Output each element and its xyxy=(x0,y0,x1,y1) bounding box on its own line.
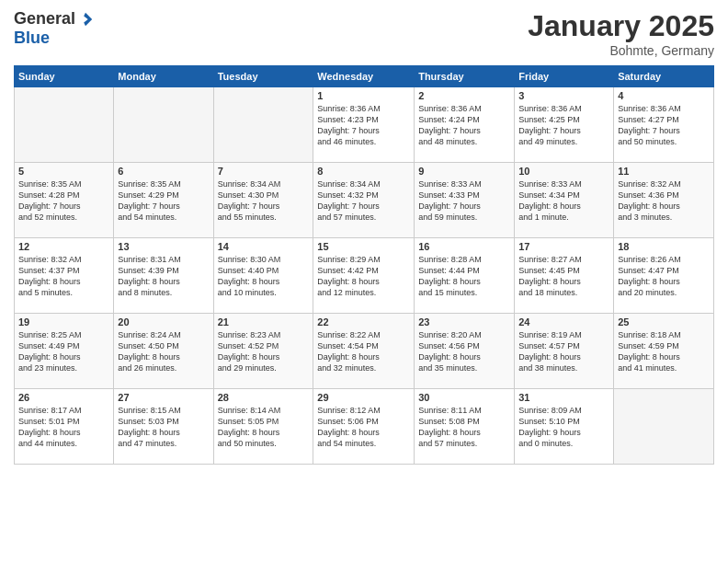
day-number: 2 xyxy=(418,90,510,101)
day-info: Sunrise: 8:26 AM Sunset: 4:47 PM Dayligh… xyxy=(618,254,710,299)
header-friday: Friday xyxy=(515,66,614,87)
table-row: 15Sunrise: 8:29 AM Sunset: 4:42 PM Dayli… xyxy=(313,238,415,314)
day-info: Sunrise: 8:35 AM Sunset: 4:28 PM Dayligh… xyxy=(18,178,109,224)
day-number: 9 xyxy=(418,166,510,177)
day-info: Sunrise: 8:18 AM Sunset: 4:59 PM Dayligh… xyxy=(618,329,710,374)
logo-text: General xyxy=(14,9,94,29)
day-number: 30 xyxy=(418,392,510,403)
table-row: 22Sunrise: 8:22 AM Sunset: 4:54 PM Dayli… xyxy=(313,314,415,389)
day-number: 3 xyxy=(518,90,609,101)
table-row: 3Sunrise: 8:36 AM Sunset: 4:25 PM Daylig… xyxy=(515,87,614,163)
day-number: 21 xyxy=(218,316,310,327)
day-number: 17 xyxy=(518,241,609,252)
table-row: 1Sunrise: 8:36 AM Sunset: 4:23 PM Daylig… xyxy=(313,87,415,163)
day-number: 14 xyxy=(218,241,310,252)
day-number: 12 xyxy=(18,241,109,252)
calendar-header: Sunday Monday Tuesday Wednesday Thursday… xyxy=(15,66,714,87)
day-number: 27 xyxy=(118,392,209,403)
calendar-container: General Blue January 2025 Bohmte, German… xyxy=(0,0,728,563)
day-info: Sunrise: 8:09 AM Sunset: 5:10 PM Dayligh… xyxy=(518,405,609,450)
day-number: 22 xyxy=(317,316,410,327)
day-number: 23 xyxy=(418,316,510,327)
table-row: 26Sunrise: 8:17 AM Sunset: 5:01 PM Dayli… xyxy=(15,389,114,465)
table-row: 28Sunrise: 8:14 AM Sunset: 5:05 PM Dayli… xyxy=(213,389,313,465)
day-info: Sunrise: 8:24 AM Sunset: 4:50 PM Dayligh… xyxy=(118,329,209,374)
day-info: Sunrise: 8:22 AM Sunset: 4:54 PM Dayligh… xyxy=(317,329,410,374)
day-info: Sunrise: 8:28 AM Sunset: 4:44 PM Dayligh… xyxy=(418,254,510,299)
table-row: 23Sunrise: 8:20 AM Sunset: 4:56 PM Dayli… xyxy=(415,314,515,389)
logo-general: General xyxy=(14,9,75,29)
location-subtitle: Bohmte, Germany xyxy=(528,43,714,58)
day-info: Sunrise: 8:23 AM Sunset: 4:52 PM Dayligh… xyxy=(218,329,310,374)
day-info: Sunrise: 8:12 AM Sunset: 5:06 PM Dayligh… xyxy=(317,405,410,450)
table-row xyxy=(15,87,114,163)
table-row: 7Sunrise: 8:34 AM Sunset: 4:30 PM Daylig… xyxy=(213,163,313,238)
table-row: 5Sunrise: 8:35 AM Sunset: 4:28 PM Daylig… xyxy=(15,163,114,238)
table-row: 16Sunrise: 8:28 AM Sunset: 4:44 PM Dayli… xyxy=(415,238,515,314)
month-title: January 2025 xyxy=(528,9,714,43)
day-info: Sunrise: 8:33 AM Sunset: 4:33 PM Dayligh… xyxy=(418,178,510,224)
day-info: Sunrise: 8:31 AM Sunset: 4:39 PM Dayligh… xyxy=(118,254,209,299)
day-number: 26 xyxy=(18,392,109,403)
day-info: Sunrise: 8:27 AM Sunset: 4:45 PM Dayligh… xyxy=(518,254,609,299)
title-section: January 2025 Bohmte, Germany xyxy=(528,9,714,58)
day-number: 13 xyxy=(118,241,209,252)
table-row: 14Sunrise: 8:30 AM Sunset: 4:40 PM Dayli… xyxy=(213,238,313,314)
logo-blue: Blue xyxy=(14,29,50,48)
day-info: Sunrise: 8:36 AM Sunset: 4:23 PM Dayligh… xyxy=(317,103,410,148)
day-info: Sunrise: 8:32 AM Sunset: 4:37 PM Dayligh… xyxy=(18,254,109,299)
day-number: 1 xyxy=(317,90,410,101)
day-info: Sunrise: 8:19 AM Sunset: 4:57 PM Dayligh… xyxy=(518,329,609,374)
day-info: Sunrise: 8:36 AM Sunset: 4:25 PM Dayligh… xyxy=(518,103,609,148)
table-row: 30Sunrise: 8:11 AM Sunset: 5:08 PM Dayli… xyxy=(415,389,515,465)
day-number: 18 xyxy=(618,241,710,252)
day-number: 7 xyxy=(218,166,310,177)
day-number: 16 xyxy=(418,241,510,252)
day-info: Sunrise: 8:11 AM Sunset: 5:08 PM Dayligh… xyxy=(418,405,510,450)
table-row xyxy=(114,87,213,163)
table-row: 13Sunrise: 8:31 AM Sunset: 4:39 PM Dayli… xyxy=(114,238,213,314)
weekday-header-row: Sunday Monday Tuesday Wednesday Thursday… xyxy=(15,66,714,87)
day-number: 28 xyxy=(218,392,310,403)
table-row xyxy=(213,87,313,163)
day-info: Sunrise: 8:36 AM Sunset: 4:24 PM Dayligh… xyxy=(418,103,510,148)
day-number: 4 xyxy=(618,90,710,101)
table-row: 9Sunrise: 8:33 AM Sunset: 4:33 PM Daylig… xyxy=(415,163,515,238)
table-row: 4Sunrise: 8:36 AM Sunset: 4:27 PM Daylig… xyxy=(614,87,714,163)
day-number: 29 xyxy=(317,392,410,403)
day-info: Sunrise: 8:33 AM Sunset: 4:34 PM Dayligh… xyxy=(518,178,609,224)
logo-icon xyxy=(77,11,94,28)
day-info: Sunrise: 8:30 AM Sunset: 4:40 PM Dayligh… xyxy=(218,254,310,299)
table-row: 27Sunrise: 8:15 AM Sunset: 5:03 PM Dayli… xyxy=(114,389,213,465)
day-number: 31 xyxy=(518,392,609,403)
table-row: 31Sunrise: 8:09 AM Sunset: 5:10 PM Dayli… xyxy=(515,389,614,465)
table-row: 19Sunrise: 8:25 AM Sunset: 4:49 PM Dayli… xyxy=(15,314,114,389)
day-info: Sunrise: 8:32 AM Sunset: 4:36 PM Dayligh… xyxy=(618,178,710,224)
table-row: 2Sunrise: 8:36 AM Sunset: 4:24 PM Daylig… xyxy=(415,87,515,163)
table-row: 24Sunrise: 8:19 AM Sunset: 4:57 PM Dayli… xyxy=(515,314,614,389)
day-info: Sunrise: 8:29 AM Sunset: 4:42 PM Dayligh… xyxy=(317,254,410,299)
header-thursday: Thursday xyxy=(415,66,515,87)
day-info: Sunrise: 8:34 AM Sunset: 4:30 PM Dayligh… xyxy=(218,178,310,224)
day-number: 15 xyxy=(317,241,410,252)
calendar-week-2: 5Sunrise: 8:35 AM Sunset: 4:28 PM Daylig… xyxy=(15,163,714,238)
logo: General Blue xyxy=(14,9,94,48)
day-number: 6 xyxy=(118,166,209,177)
calendar-week-5: 26Sunrise: 8:17 AM Sunset: 5:01 PM Dayli… xyxy=(15,389,714,465)
day-number: 10 xyxy=(518,166,609,177)
table-row: 12Sunrise: 8:32 AM Sunset: 4:37 PM Dayli… xyxy=(15,238,114,314)
day-number: 11 xyxy=(618,166,710,177)
day-info: Sunrise: 8:15 AM Sunset: 5:03 PM Dayligh… xyxy=(118,405,209,450)
day-info: Sunrise: 8:25 AM Sunset: 4:49 PM Dayligh… xyxy=(18,329,109,374)
day-info: Sunrise: 8:36 AM Sunset: 4:27 PM Dayligh… xyxy=(618,103,710,148)
calendar-week-3: 12Sunrise: 8:32 AM Sunset: 4:37 PM Dayli… xyxy=(15,238,714,314)
table-row: 8Sunrise: 8:34 AM Sunset: 4:32 PM Daylig… xyxy=(313,163,415,238)
header-sunday: Sunday xyxy=(15,66,114,87)
table-row xyxy=(614,389,714,465)
table-row: 6Sunrise: 8:35 AM Sunset: 4:29 PM Daylig… xyxy=(114,163,213,238)
table-row: 25Sunrise: 8:18 AM Sunset: 4:59 PM Dayli… xyxy=(614,314,714,389)
calendar-week-4: 19Sunrise: 8:25 AM Sunset: 4:49 PM Dayli… xyxy=(15,314,714,389)
day-number: 25 xyxy=(618,316,710,327)
day-number: 24 xyxy=(518,316,609,327)
calendar-body: 1Sunrise: 8:36 AM Sunset: 4:23 PM Daylig… xyxy=(15,87,714,465)
